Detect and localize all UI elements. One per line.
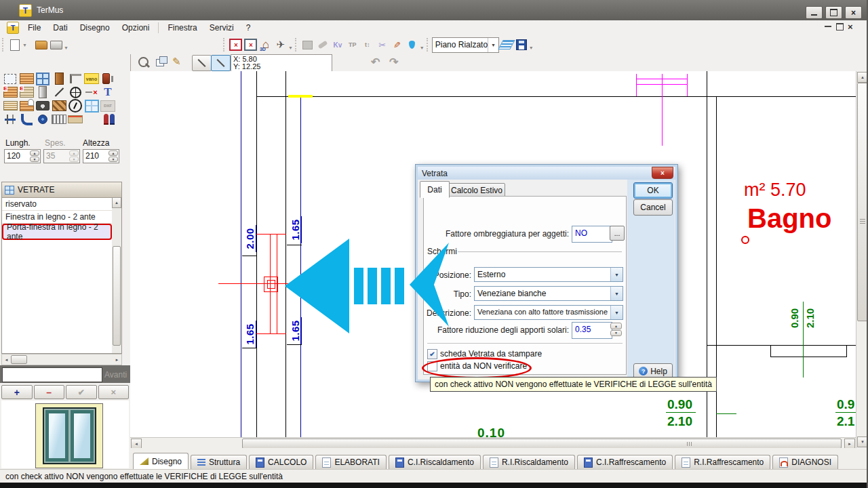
shading-browse-button[interactable]: ...: [610, 226, 625, 241]
length-spinner[interactable]: ▲▼: [29, 150, 40, 163]
floor-heating-tool-icon[interactable]: [67, 113, 83, 126]
scroll-up-button[interactable]: ▲: [112, 197, 121, 208]
diagonal-snap-button[interactable]: [211, 55, 231, 71]
tab-struttura[interactable]: Struttura: [191, 455, 247, 469]
hscroll-thumb[interactable]: [242, 439, 842, 449]
hscroll-left-button[interactable]: ◄: [131, 439, 142, 449]
print-button[interactable]: [49, 37, 64, 52]
remove-entity-button[interactable]: –: [34, 385, 65, 399]
maximize-button[interactable]: [825, 6, 842, 19]
cancel-edit-button[interactable]: ×: [98, 385, 130, 399]
height-field[interactable]: 210 ▲▼: [83, 149, 119, 163]
kv-tool-button[interactable]: Kv: [330, 37, 345, 52]
tab-ci-riscaldamento[interactable]: C.I.Riscaldamento: [389, 455, 481, 469]
tab-ci-raffrescamento[interactable]: C.I.Raffrescamento: [577, 455, 673, 469]
mdi-restore-icon[interactable]: [836, 23, 844, 30]
shading-field[interactable]: NO: [572, 226, 612, 243]
close-window-entity-button[interactable]: ×: [229, 37, 243, 52]
tab-dati[interactable]: Dati: [420, 181, 450, 198]
dialog-title-bar[interactable]: Vetrata: [418, 167, 675, 180]
confirm-button[interactable]: ✔: [66, 385, 97, 399]
camera-tool-icon[interactable]: [35, 99, 51, 113]
position-select[interactable]: Esterno ▼: [474, 267, 623, 282]
dropdown-icon[interactable]: ▼: [610, 306, 623, 319]
valve-tool-icon[interactable]: [35, 113, 51, 126]
wall-alarm-tool-icon[interactable]: [18, 99, 35, 113]
list-item[interactable]: riservato: [2, 198, 112, 211]
plumbing-tool-icon[interactable]: [2, 113, 18, 126]
new-document-dropdown-icon[interactable]: ▼: [22, 43, 27, 47]
reduction-spinner[interactable]: ▲▼: [610, 322, 623, 337]
floor-dropdown-icon[interactable]: ▼: [488, 38, 498, 52]
menu-file[interactable]: File: [22, 20, 47, 35]
water-tool-button[interactable]: [405, 37, 420, 52]
aerial-view-button[interactable]: ✈: [273, 37, 288, 52]
wall-strip-tool-icon[interactable]: [2, 99, 18, 113]
cut-button[interactable]: ✂: [375, 37, 390, 52]
pillar-tool-icon[interactable]: [35, 85, 51, 99]
spinner-down-icon[interactable]: ▼: [30, 157, 39, 162]
length-field[interactable]: 120 ▲▼: [4, 149, 41, 163]
wall-e2-tool-icon[interactable]: E: [18, 85, 35, 99]
edit-pencil-icon[interactable]: ✎: [172, 56, 181, 68]
dropdown-icon[interactable]: ▼: [610, 268, 623, 281]
reduction-field[interactable]: 0.35: [572, 322, 612, 339]
list-scrollbar[interactable]: ▲: [112, 197, 121, 353]
wall-corner-tool-icon[interactable]: [67, 72, 83, 85]
north-arrow-tool-icon[interactable]: [67, 99, 83, 113]
list-item-selected[interactable]: Porta-finestra in legno - 2 ante: [2, 224, 112, 240]
add-entity-button[interactable]: +: [1, 385, 33, 399]
open-project-button[interactable]: [34, 37, 49, 52]
tab-diagnosi[interactable]: DIAGNOSI: [772, 455, 838, 469]
canvas-hscrollbar[interactable]: ◄ ►: [130, 437, 856, 449]
pipe-elbow-tool-icon[interactable]: [18, 113, 35, 126]
spinner-down-icon[interactable]: ▼: [108, 157, 118, 162]
scroll-left-icon[interactable]: ◄: [2, 355, 11, 364]
scroll-right-icon[interactable]: ►: [113, 355, 121, 364]
mdi-close-icon[interactable]: ×: [848, 22, 853, 32]
select-tool-icon[interactable]: [2, 72, 18, 85]
menu-dati[interactable]: Dati: [47, 20, 73, 35]
new-document-button[interactable]: [7, 37, 22, 52]
spinner-down-icon[interactable]: ▼: [610, 330, 622, 337]
description-select[interactable]: Veneziana con alto fattore trasmissione …: [474, 305, 623, 320]
spinner-up-icon[interactable]: ▲: [108, 150, 118, 156]
window-tool-icon[interactable]: [35, 72, 51, 85]
save-floor-button[interactable]: [514, 37, 529, 52]
minimize-button[interactable]: [806, 6, 823, 19]
dxf-import-tool-icon[interactable]: DXF: [100, 99, 116, 113]
dialog-close-button[interactable]: ×: [652, 167, 673, 179]
next-button[interactable]: Avanti: [104, 370, 127, 380]
wall-e1-tool-icon[interactable]: E: [2, 85, 18, 99]
t-update-button[interactable]: t↕: [360, 37, 375, 52]
print-checkbox[interactable]: ✔: [427, 349, 437, 359]
menu-disegno[interactable]: Disegno: [74, 20, 116, 35]
room-vano-tool-icon[interactable]: vano: [83, 72, 100, 85]
search-input[interactable]: [2, 367, 102, 382]
brush-tool-button[interactable]: [315, 37, 330, 52]
type-select[interactable]: Veneziane bianche ▼: [474, 286, 623, 301]
measure-tool-icon[interactable]: [51, 85, 67, 99]
floor-selector[interactable]: Piano Rialzato ▼: [432, 37, 499, 53]
close-window-entity2-button[interactable]: ×: [243, 37, 258, 52]
toolbar-overflow-icon[interactable]: ▼: [288, 45, 293, 50]
hscroll-thumb[interactable]: [11, 355, 27, 364]
spinner-up-icon[interactable]: ▲: [610, 323, 622, 329]
hscroll-right-button[interactable]: ►: [844, 439, 855, 449]
view-3d-button[interactable]: ⌂3D: [258, 37, 273, 52]
spinner-up-icon[interactable]: ▲: [30, 150, 39, 156]
tab-elaborati[interactable]: ELABORATI: [315, 455, 386, 469]
center-tool-icon[interactable]: [67, 85, 83, 99]
list-scroll-thumb[interactable]: [113, 246, 121, 346]
toolbar-overflow-icon[interactable]: ▼: [64, 45, 68, 50]
clean-tool-button[interactable]: ✎: [390, 37, 405, 52]
dropdown-icon[interactable]: ▼: [610, 287, 623, 300]
fill-tool-button[interactable]: [300, 37, 315, 52]
menu-finestra[interactable]: Finestra: [161, 20, 203, 35]
layers-button[interactable]: [499, 37, 514, 52]
diagonal-mode-button[interactable]: [192, 55, 212, 71]
menu-servizi[interactable]: Servizi: [203, 20, 240, 35]
occupants-tool-icon[interactable]: [101, 113, 117, 126]
toolbar-overflow-icon[interactable]: ▼: [529, 45, 534, 50]
stairs-tool-icon[interactable]: [51, 99, 67, 113]
